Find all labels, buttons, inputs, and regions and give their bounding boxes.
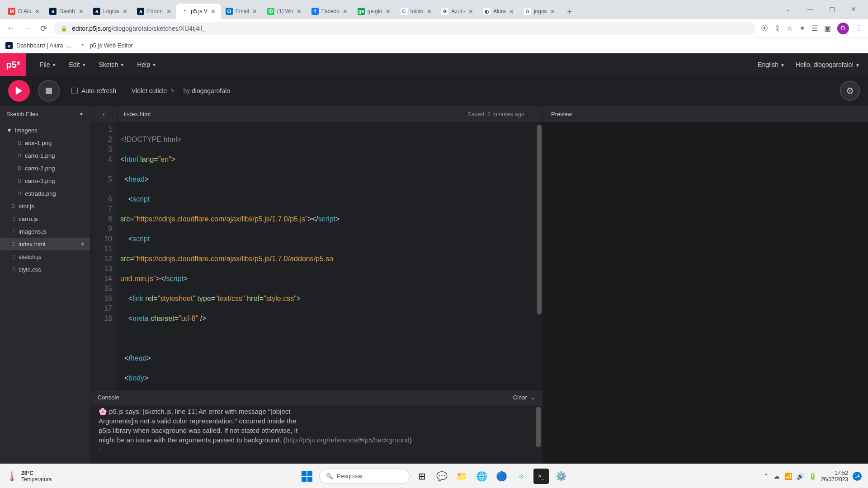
task-view-icon[interactable]: ⊞ — [414, 469, 429, 484]
terminal-icon[interactable]: >_ — [533, 469, 549, 484]
tab-close-icon[interactable]: ✕ — [426, 8, 432, 14]
code-editor[interactable]: 123456789101112131415161718 <!DOCTYPE ht… — [90, 122, 542, 389]
tab-close-icon[interactable]: ✕ — [550, 8, 556, 14]
settings-button[interactable]: ⚙ — [840, 81, 860, 101]
tray-chevron-icon[interactable]: ⌃ — [764, 473, 769, 480]
translate-icon[interactable]: ⦿ — [761, 24, 768, 33]
checkbox-icon[interactable] — [71, 88, 78, 94]
collapse-sidebar-button[interactable]: ‹ — [90, 106, 118, 122]
browser-tab[interactable]: aDashb✕ — [45, 4, 89, 19]
kebab-menu-icon[interactable]: ⋮ — [855, 24, 863, 33]
tab-close-icon[interactable]: ✕ — [34, 8, 40, 14]
file-tree-item[interactable]: 🗋 carro-3.png — [0, 174, 90, 187]
editor-scrollbar[interactable] — [537, 125, 542, 314]
browser-tab[interactable]: CInício✕ — [396, 4, 437, 19]
tab-close-icon[interactable]: ✕ — [342, 8, 349, 14]
chat-icon[interactable]: 💬 — [434, 469, 449, 484]
pencil-icon[interactable]: ✎ — [170, 88, 175, 94]
tab-dropdown-icon[interactable]: ⌄ — [780, 5, 797, 13]
reading-list-icon[interactable]: ☰ — [811, 24, 818, 33]
settings-icon[interactable]: ⚙️ — [553, 469, 569, 484]
start-button[interactable] — [299, 469, 315, 484]
weather-widget[interactable]: 🌡️ 28°C Temperatura — [6, 470, 52, 483]
file-tree-item[interactable]: 🗋 index.html▼ — [0, 238, 90, 250]
browser-tab[interactable]: fFacebo✕ — [307, 4, 353, 19]
tab-close-icon[interactable]: ✕ — [509, 8, 515, 14]
file-tree-item[interactable]: 🗋 carro.js — [0, 212, 90, 225]
tab-close-icon[interactable]: ✕ — [122, 8, 128, 14]
tab-favicon: ◐ — [483, 8, 491, 15]
browser-tab[interactable]: aLógica✕ — [89, 4, 132, 19]
tab-close-icon[interactable]: ✕ — [468, 8, 474, 14]
browser-tab[interactable]: *p5.js V✕ — [176, 4, 221, 19]
clear-console-button[interactable]: Clear ⌄ — [513, 394, 535, 401]
folder-imagens[interactable]: ▼ Imagens — [0, 124, 90, 136]
bookmark-star-icon[interactable]: ☆ — [787, 24, 793, 33]
browser-tab[interactable]: ◐Alura✕ — [479, 4, 519, 19]
stop-button[interactable] — [38, 80, 60, 102]
menu-help[interactable]: Help ▼ — [132, 58, 161, 71]
file-tree-item[interactable]: 🗋 imagens.js — [0, 225, 90, 238]
language-selector[interactable]: English ▼ — [758, 61, 785, 68]
reload-icon[interactable]: ⟳ — [38, 23, 49, 33]
new-tab-button[interactable]: ＋ — [563, 5, 576, 18]
back-icon[interactable]: ← — [5, 23, 16, 33]
file-tree-item[interactable]: 🗋 ator.js — [0, 200, 90, 212]
tab-close-icon[interactable]: ✕ — [296, 8, 302, 14]
bookmark-item[interactable]: aDashboard | Alura -... — [5, 42, 72, 49]
menu-edit[interactable]: Edit ▼ — [64, 58, 90, 71]
url-input[interactable]: 🔒 editor.p5js.org/diogogarofalo/sketches… — [54, 22, 755, 35]
menu-sketch[interactable]: Sketch ▼ — [94, 58, 129, 71]
auto-refresh-toggle[interactable]: Auto-refresh — [71, 87, 116, 94]
wifi-icon[interactable]: 📶 — [784, 473, 792, 480]
file-tree-item[interactable]: 🗋 style.css — [0, 263, 90, 276]
clock[interactable]: 17:52 26/07/2023 — [821, 470, 848, 483]
vscode-icon[interactable]: ⟐ — [514, 469, 529, 484]
browser-tab[interactable]: Gjogos✕ — [519, 4, 561, 19]
taskbar-search[interactable]: 🔍 Pesquisar — [319, 469, 410, 484]
minimize-icon[interactable]: — — [802, 5, 818, 13]
maximize-icon[interactable]: ▢ — [824, 5, 840, 13]
volume-icon[interactable]: 🔊 — [797, 473, 804, 480]
browser-tab[interactable]: ✈Azul -✕ — [437, 4, 479, 19]
play-button[interactable] — [8, 80, 30, 102]
code-content[interactable]: <!DOCTYPE html> <html lang="en"> <head> … — [117, 122, 542, 389]
extensions-icon[interactable]: ✦ — [799, 24, 805, 33]
explorer-icon[interactable]: 📁 — [454, 469, 469, 484]
p5-logo[interactable]: p5* — [0, 53, 26, 76]
sketch-name[interactable]: Violet cuticle — [132, 87, 167, 94]
browser-tab[interactable]: ①(1) Wh✕ — [263, 4, 307, 19]
console-output[interactable]: 🌸 p5.js says: [sketch.js, line 11] An er… — [90, 405, 542, 464]
browser-tab[interactable]: MO Alu✕ — [4, 4, 45, 19]
chrome-icon[interactable]: 🔵 — [494, 469, 509, 484]
menu-file[interactable]: File ▼ — [35, 58, 61, 71]
tab-close-icon[interactable]: ✕ — [385, 8, 392, 14]
browser-tab[interactable]: aFórum✕ — [132, 4, 176, 19]
profile-avatar[interactable]: D — [837, 23, 849, 34]
share-icon[interactable]: ⇪ — [774, 24, 780, 33]
tab-close-icon[interactable]: ✕ — [210, 8, 217, 14]
chevron-down-icon[interactable]: ▼ — [80, 241, 85, 248]
close-icon[interactable]: ✕ — [845, 5, 862, 13]
battery-icon[interactable]: 🔋 — [809, 473, 816, 480]
tab-close-icon[interactable]: ✕ — [78, 8, 84, 14]
edge-icon[interactable]: 🌐 — [474, 469, 489, 484]
tab-close-icon[interactable]: ✕ — [165, 8, 172, 14]
tab-close-icon[interactable]: ✕ — [252, 8, 258, 14]
file-tree-item[interactable]: 🗋 ator-1.png — [0, 136, 90, 149]
user-greeting[interactable]: Hello, diogogarofalo! ▼ — [796, 61, 860, 68]
onedrive-icon[interactable]: ☁ — [774, 473, 780, 480]
console-link[interactable]: http://p5js.org/reference/#/p5/backgroun… — [286, 436, 410, 444]
notification-badge[interactable]: 14 — [853, 472, 862, 481]
file-tree-item[interactable]: 🗋 estrada.png — [0, 187, 90, 200]
bookmark-item[interactable]: *p5.js Web Editor — [79, 42, 133, 49]
console-scrollbar[interactable] — [536, 407, 541, 447]
file-tree-item[interactable]: 🗋 carro-2.png — [0, 162, 90, 174]
file-tree-item[interactable]: 🗋 carro-1.png — [0, 149, 90, 162]
side-panel-icon[interactable]: ▣ — [824, 24, 831, 33]
file-tree-item[interactable]: 🗋 sketch.js — [0, 250, 90, 263]
browser-tab[interactable]: OEmail✕ — [221, 4, 263, 19]
sketch-files-header[interactable]: Sketch Files▼ — [0, 106, 90, 122]
browser-tab[interactable]: gege.glo✕ — [353, 4, 396, 19]
tab-title: Início — [410, 8, 424, 14]
